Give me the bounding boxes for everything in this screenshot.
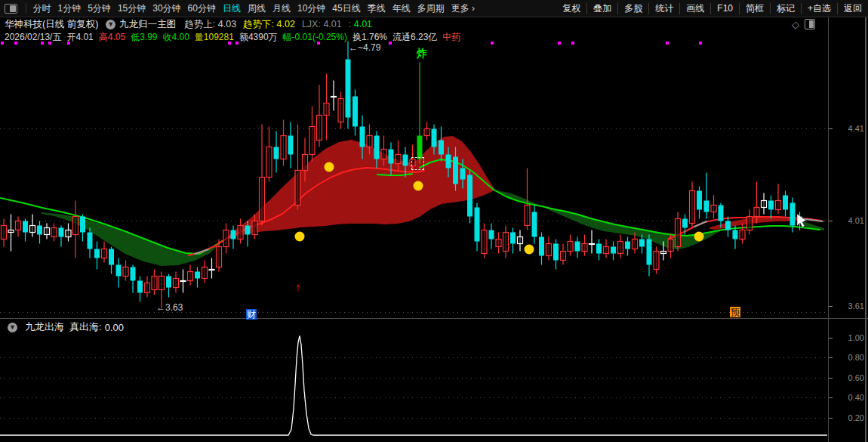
candle[interactable]: [202, 267, 208, 279]
candle[interactable]: [174, 279, 179, 288]
toolbar-button-多股[interactable]: 多股: [618, 2, 648, 15]
candle[interactable]: [324, 104, 329, 116]
candle[interactable]: [123, 267, 128, 277]
candle[interactable]: [682, 219, 688, 228]
toolbar-button-复权[interactable]: 复权: [556, 2, 586, 15]
toolbar-button-画线[interactable]: 画线: [680, 2, 710, 15]
main-chart-canvas[interactable]: [0, 0, 868, 442]
candle[interactable]: [553, 244, 559, 261]
candle[interactable]: [503, 233, 509, 252]
candle[interactable]: [309, 127, 315, 155]
candle[interactable]: [589, 244, 595, 245]
toolbar-button-+自选[interactable]: +自选: [802, 2, 837, 15]
candle[interactable]: [109, 249, 114, 265]
candle[interactable]: [346, 60, 351, 118]
window-split-icon[interactable]: [5, 4, 17, 14]
candle[interactable]: [360, 127, 365, 147]
candle[interactable]: [776, 201, 781, 210]
period-tab-日线[interactable]: 日线: [219, 2, 244, 15]
candle[interactable]: [518, 237, 523, 244]
period-tab-15分钟[interactable]: 15分钟: [114, 2, 149, 15]
candle[interactable]: [725, 221, 731, 230]
candle[interactable]: [790, 203, 796, 226]
candle[interactable]: [252, 221, 257, 235]
collapse-chevron-icon[interactable]: ▼: [8, 323, 17, 332]
candle[interactable]: [676, 219, 681, 247]
candle[interactable]: [238, 226, 243, 240]
candle[interactable]: [152, 277, 157, 290]
candle[interactable]: [546, 244, 552, 256]
candle[interactable]: [23, 221, 28, 233]
candle[interactable]: [525, 206, 530, 226]
candle[interactable]: [582, 244, 587, 252]
candle[interactable]: [145, 283, 150, 293]
candle[interactable]: [568, 242, 573, 252]
candle[interactable]: [475, 208, 480, 242]
period-tab-多周期[interactable]: 多周期: [414, 2, 448, 15]
candle[interactable]: [754, 208, 759, 217]
period-tab-分时[interactable]: 分时: [29, 2, 54, 15]
candle[interactable]: [733, 230, 738, 240]
candle[interactable]: [654, 252, 659, 270]
candle[interactable]: [719, 206, 724, 221]
period-tab-60分钟[interactable]: 60分钟: [184, 2, 219, 15]
candle[interactable]: [195, 272, 200, 279]
candle[interactable]: [389, 150, 394, 164]
indicator-title[interactable]: 九龙归一主图: [119, 18, 176, 31]
toolbar-button-标记[interactable]: 标记: [771, 2, 801, 15]
candle[interactable]: [80, 217, 85, 233]
candle[interactable]: [94, 249, 100, 258]
candle[interactable]: [188, 272, 193, 281]
candle[interactable]: [2, 226, 7, 240]
candle[interactable]: [510, 233, 516, 244]
period-tab-周线[interactable]: 周线: [244, 2, 269, 15]
candle[interactable]: [668, 240, 673, 252]
candle[interactable]: [639, 240, 645, 247]
candle[interactable]: [446, 155, 451, 168]
candle[interactable]: [131, 267, 136, 281]
panel-separator[interactable]: [0, 318, 868, 319]
candle[interactable]: [453, 157, 458, 184]
candle[interactable]: [374, 136, 380, 159]
period-tab-30分钟[interactable]: 30分钟: [149, 2, 184, 15]
candle[interactable]: [403, 155, 408, 166]
candle[interactable]: [137, 281, 143, 293]
candle[interactable]: [260, 178, 265, 221]
period-tab-季线[interactable]: 季线: [364, 2, 389, 15]
candle[interactable]: [209, 270, 214, 270]
candle[interactable]: [274, 147, 279, 159]
candle[interactable]: [367, 136, 372, 147]
period-tab-1分钟[interactable]: 1分钟: [54, 2, 85, 15]
candle[interactable]: [30, 226, 35, 233]
candle[interactable]: [633, 240, 638, 249]
candle[interactable]: [73, 217, 78, 235]
period-tab-月线[interactable]: 月线: [269, 2, 294, 15]
candle[interactable]: [625, 242, 630, 249]
candle[interactable]: [596, 244, 602, 254]
candle[interactable]: [59, 228, 64, 237]
period-tab-45日线[interactable]: 45日线: [329, 2, 364, 15]
sub-indicator-title[interactable]: 九龙出海: [25, 320, 64, 334]
collapse-chevron-icon[interactable]: ▼: [106, 20, 115, 29]
candle[interactable]: [768, 201, 774, 210]
candle[interactable]: [45, 228, 50, 235]
candle[interactable]: [697, 191, 702, 210]
candle[interactable]: [88, 233, 93, 249]
period-tab-10分钟[interactable]: 10分钟: [294, 2, 328, 15]
candle[interactable]: [561, 252, 566, 261]
candle[interactable]: [704, 201, 709, 212]
candle[interactable]: [647, 240, 652, 265]
toolbar-button-统计[interactable]: 统计: [649, 2, 679, 15]
candle[interactable]: [16, 221, 21, 230]
right-edge-line[interactable]: [865, 17, 866, 442]
candle[interactable]: [338, 99, 343, 122]
candle[interactable]: [303, 155, 308, 171]
candle[interactable]: [432, 129, 437, 147]
candle[interactable]: [66, 230, 71, 237]
candle[interactable]: [281, 136, 286, 159]
candle[interactable]: [661, 252, 666, 254]
candle[interactable]: [102, 249, 107, 258]
candle[interactable]: [539, 237, 544, 256]
candle[interactable]: [266, 147, 272, 178]
candle[interactable]: [159, 277, 165, 290]
